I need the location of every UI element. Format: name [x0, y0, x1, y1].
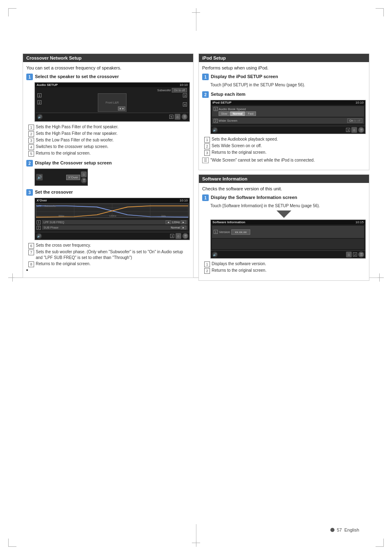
crossover-section-body: You can set a crossover frequency of spe… — [23, 62, 193, 278]
audio-screen-topbar: Audio SETUP 10:10 — [35, 83, 189, 87]
list-item-4: 4 Switches to the crossover setup screen… — [28, 144, 190, 150]
sw-screen-body: 1 Version xx.xx.xx — [211, 224, 365, 250]
crossover-intro: You can set a crossover frequency of spe… — [26, 65, 190, 70]
ipod-setup-title: iPod Setup — [202, 56, 226, 60]
sw-list-num-2: 2 — [204, 268, 210, 274]
list-item-1: 1 Sets the High Pass Filter of the front… — [28, 124, 190, 130]
subwoofer-label: Subwoofer — [157, 89, 171, 92]
xover-label: X'Over — [66, 175, 80, 180]
crossover-step-3-num: 3 — [26, 189, 33, 196]
v-line-top — [196, 14, 196, 31]
corner-mark-br — [371, 534, 384, 547]
crossover-step-1-num: 1 — [26, 74, 33, 80]
num-badge-back: 3 — [170, 234, 174, 238]
ipod-setup-body: Performs setup when using iPod. 1 Displa… — [199, 62, 369, 170]
num-2-badge: 2 — [37, 100, 42, 104]
ipod-step-1-desc: Touch [iPod SETUP] in the SETUP Menu (pa… — [210, 82, 366, 88]
sw-step-1-num: 1 — [202, 194, 209, 201]
xover-detail-topbar: X'Over 10:10 — [35, 198, 189, 203]
sw-empty-area — [212, 239, 364, 249]
xover-screen-title: X'Over — [37, 199, 47, 202]
num-1-ipod: 1 — [214, 107, 218, 111]
sw-screen-bottom: 🔊 ⌂ 2 ☰ — [211, 250, 365, 258]
list-num-7: 7 — [28, 250, 34, 255]
corner-mark-tl — [8, 8, 21, 21]
sw-step-1-label: Display the Software Information screen — [211, 194, 297, 200]
list-num-3: 3 — [28, 138, 34, 143]
ipod-setup-intro: Performs setup when using iPod. — [202, 65, 366, 70]
menu-btn: ☰ — [182, 114, 187, 120]
sw-step-1-desc: Touch [Software Information] in the SETU… — [210, 203, 366, 209]
num-3-ipod: 3 — [346, 128, 350, 132]
ipod-step-2-list: 1 Sets the Audiobook playback speed. 2 S… — [204, 136, 366, 156]
list-num-8: 8 — [28, 261, 34, 267]
audio-screen-title: Audio SETUP — [37, 83, 58, 87]
ipod-list-num-2: 2 — [204, 143, 210, 149]
crossover-step-2-label: Display the Crossover setup screen — [35, 160, 112, 166]
num-1-badge: 1 — [37, 93, 42, 97]
ipod-screen-body: 1 Audio Book Speed Slow Normal Fast — [211, 105, 365, 126]
software-info-header: Software Information — [199, 175, 369, 183]
ipod-list-2: 2 Sets Wide Screen on or off. — [204, 143, 366, 149]
screen-bottom-bar: 🔊 5 ⌂ ☰ — [36, 113, 189, 120]
crossover-section-header: Crossover Network Setup — [23, 54, 193, 62]
speaker-diagram: Front L&R ◄ ► — [98, 93, 127, 112]
bullet-item — [26, 268, 190, 271]
crossover-step-2-title: 2 Display the Crossover setup screen — [26, 160, 190, 166]
ipod-step-2: 2 Setup each item iPod SETUP 10:10 — [202, 91, 366, 163]
v-line-bottom — [196, 524, 196, 541]
version-value: xx.xx.xx — [231, 229, 250, 235]
note-text: "Wide Screen" cannot be set while the iP… — [210, 157, 315, 163]
corner-mark-tr — [371, 8, 384, 21]
xover-bottom-bar: 🔊 3 ⌂ ☰ — [35, 232, 189, 240]
ipod-screen-title-text: iPod SETUP — [212, 101, 231, 104]
left-column: Crossover Network Setup You can set a cr… — [23, 53, 194, 514]
page-circle-icon — [330, 528, 334, 532]
list-num-1: 1 — [28, 125, 34, 130]
bottom-controls: 5 ⌂ ☰ — [169, 114, 187, 120]
num-badge-sub: 2 — [37, 226, 41, 230]
language-text: English — [344, 527, 359, 532]
num-2-sw: 2 — [353, 252, 357, 257]
ipod-list-num-1: 1 — [204, 137, 210, 143]
version-row: 1 Version xx.xx.xx — [212, 226, 364, 238]
home-btn: ⌂ — [175, 114, 180, 120]
audio-book-row: 1 Audio Book Speed Slow Normal Fast — [212, 106, 364, 117]
crossover-step-2-num: 2 — [26, 160, 33, 166]
software-info-title: Software Information — [202, 176, 247, 181]
ipod-setup-header: iPod Setup — [199, 54, 369, 62]
ipod-list-num-3: 3 — [204, 150, 210, 156]
ipod-setup-section: iPod Setup Performs setup when using iPo… — [198, 53, 369, 170]
bullet-dot — [26, 269, 28, 271]
ipod-step-2-title: 2 Setup each item — [202, 91, 366, 98]
num-3-badge: 3 — [183, 93, 187, 97]
list-item-7: 7 Sets the sub woofer phase. (Only when … — [28, 249, 190, 261]
ipod-screen-time: 10:10 — [355, 101, 364, 104]
software-info-section: Software Information Checks the software… — [198, 174, 369, 281]
list-num-5: 5 — [28, 151, 34, 157]
num-5-badge: 5 — [169, 115, 173, 119]
wide-screen-note: ☰ "Wide Screen" cannot be set while the … — [202, 157, 366, 163]
sub-phase-row: 2 SUB Phase Normal ► — [37, 225, 188, 230]
crossover-step-1-list: 1 Sets the High Pass Filter of the front… — [28, 124, 190, 157]
ipod-screen-topbar: iPod SETUP 10:10 — [211, 100, 365, 105]
list-item-6: 6 Sets the cross over frequency. — [28, 243, 190, 249]
num-2-ipod: 2 — [214, 119, 218, 123]
list-item-3: 3 Sets the Low Pass Filter of the sub wo… — [28, 137, 190, 143]
list-num-4: 4 — [28, 144, 34, 150]
xover-graph: 60Hz 120Hz 1k/s LPF Subwoofer — [36, 204, 189, 218]
crossover-section-title: Crossover Network Setup — [26, 56, 81, 60]
audio-screen-content: Subwoofer On to off — [35, 87, 189, 121]
crossover-step-1-label: Select the speaker to set the crossover — [35, 74, 119, 79]
ipod-step-1-num: 1 — [202, 74, 209, 80]
vol-icon-2: 🔊 — [36, 233, 42, 239]
software-info-screen: Software Information 10:15 1 Version xx.… — [210, 220, 366, 259]
num-badge-ctrl: 1 — [37, 220, 41, 224]
crossover-step-3-list: 6 Sets the cross over frequency. 7 Sets … — [28, 243, 190, 267]
sw-step-1-title: 1 Display the Software Information scree… — [202, 194, 366, 201]
audio-screen-time: 10:10 — [180, 83, 188, 87]
crossover-step-2: 2 Display the Crossover setup screen 🔊 X… — [26, 160, 190, 186]
xover-controls: 1 LPF SUB FREQ ◄ 120Hz ► — [35, 219, 189, 232]
sw-list-1: 1 Displays the software version. — [204, 261, 366, 267]
xover-small-screen: 🔊 X'Over ⌂ ☰ — [35, 169, 88, 186]
